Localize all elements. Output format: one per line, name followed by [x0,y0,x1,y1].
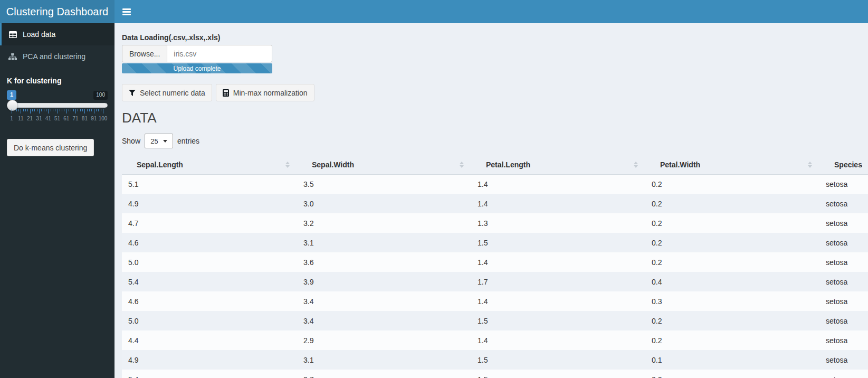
sitemap-icon [8,53,17,60]
sort-icon [634,162,638,168]
entries-select[interactable]: 25 [145,134,173,148]
table-row: 5.03.41.50.2setosa [122,311,868,330]
table-cell: 3.2 [297,213,471,233]
table-cell: 5.4 [122,370,297,378]
table-cell: 1.4 [471,194,645,213]
slider-tick-label: 61 [63,116,69,121]
table-cell: 1.5 [471,370,645,378]
table-cell: 0.4 [645,272,819,291]
slider-tick [12,109,12,114]
slider-tick [39,109,40,114]
table-cell: 0.2 [645,252,819,272]
slider-tick [103,109,103,114]
table-header: Sepal.LengthSepal.WidthPetal.LengthPetal… [122,155,868,174]
slider-tick [82,109,83,111]
column-header-petal-length[interactable]: Petal.Length [471,155,645,174]
slider-tick-label: 11 [18,116,23,121]
table-cell: 1.5 [471,350,645,370]
slider-tick [60,109,60,111]
table-cell: 5.0 [122,311,297,330]
slider-tick [32,109,33,111]
slider-tick [73,109,74,111]
entries-label: entries [177,137,199,145]
slider-tick [37,109,37,111]
table-cell: 1.4 [471,252,645,272]
table-cell: 1.3 [471,213,645,233]
file-name-field[interactable] [167,45,272,62]
table-cell: 0.2 [645,233,819,252]
column-label: Petal.Length [486,160,530,169]
table-row: 4.63.11.50.2setosa [122,233,868,252]
column-header-sepal-length[interactable]: Sepal.Length [122,155,297,174]
file-upload-label: Data Loading(.csv,.xlsx,.xls) [122,33,868,42]
table-cell: setosa [819,330,868,350]
table-cell: setosa [819,174,868,194]
table-cell: 0.2 [645,311,819,330]
column-label: Sepal.Length [137,160,183,169]
slider-tick [58,109,58,114]
k-slider-label: K for clustering [7,77,108,85]
show-label: Show [122,137,140,145]
table-cell: setosa [819,194,868,213]
slider-tick [69,109,69,111]
table-cell: 4.6 [122,233,297,252]
slider-tick [48,109,49,114]
sort-icon [285,162,290,168]
upload-progress-bar: Upload complete [122,63,272,73]
minmax-normalization-button[interactable]: Min-max normalization [216,84,314,101]
sidebar-item-pca-and-clustering[interactable]: PCA and clustering [0,45,115,68]
sidebar-item-load-data[interactable]: Load data [0,23,115,45]
table-cell: 3.7 [297,370,471,378]
calculator-icon [223,89,229,97]
table-row: 5.03.61.40.2setosa [122,252,868,272]
table-cell: 0.2 [645,174,819,194]
table-cell: 4.9 [122,194,297,213]
sidebar-toggle-button[interactable] [115,0,139,23]
entries-select-value: 25 [150,137,158,145]
table-cell: setosa [819,350,868,370]
app-logo[interactable]: Clustering Dashboard [0,0,115,23]
main-content: Data Loading(.csv,.xlsx,.xls) Browse... … [115,23,868,378]
table-cell: 1.5 [471,311,645,330]
table-cell: 5.4 [122,272,297,291]
kmeans-button[interactable]: Do k-means clustering [7,139,94,156]
table-cell: 0.2 [645,370,819,378]
slider-tick [98,109,99,111]
table-row: 4.42.91.40.2setosa [122,330,868,350]
table-cell: setosa [819,213,868,233]
slider-tick-label: 51 [54,116,60,121]
table-cell: setosa [819,233,868,252]
slider-tick [84,109,85,114]
table-row: 4.93.01.40.2setosa [122,194,868,213]
slider-tick [30,109,31,114]
column-header-species[interactable]: Species [819,155,868,174]
column-header-petal-width[interactable]: Petal.Width [645,155,819,174]
table-row: 5.13.51.40.2setosa [122,174,868,194]
table-row: 5.43.71.50.2setosa [122,370,868,378]
table-cell: 4.6 [122,291,297,311]
table-length-control: Show 25 entries [122,134,868,148]
table-body: 5.13.51.40.2setosa4.93.01.40.2setosa4.73… [122,174,868,378]
table-cell: 0.3 [645,291,819,311]
slider-tick [34,109,35,111]
table-cell: setosa [819,252,868,272]
slider-tick-label: 1 [10,116,13,121]
table-cell: 1.4 [471,174,645,194]
table-row: 4.63.41.40.3setosa [122,291,868,311]
hamburger-icon [122,8,131,10]
slider-track[interactable] [7,103,108,108]
column-label: Petal.Width [660,160,700,169]
slider-tick-label: 91 [91,116,97,121]
slider-tick [44,109,44,111]
table-cell: setosa [819,370,868,378]
column-header-sepal-width[interactable]: Sepal.Width [297,155,471,174]
slider-grid: 1112131415161718191100 [12,109,103,127]
k-slider[interactable]: 1 100 1112131415161718191100 [7,88,108,130]
sidebar-menu: Load data PCA and clustering [0,23,115,68]
table-cell: 3.4 [297,291,471,311]
browse-button[interactable]: Browse... [122,45,167,62]
table-cell: 5.0 [122,252,297,272]
slider-tick [62,109,62,111]
select-numeric-data-button[interactable]: Select numeric data [122,84,212,101]
header: Clustering Dashboard [0,0,868,23]
